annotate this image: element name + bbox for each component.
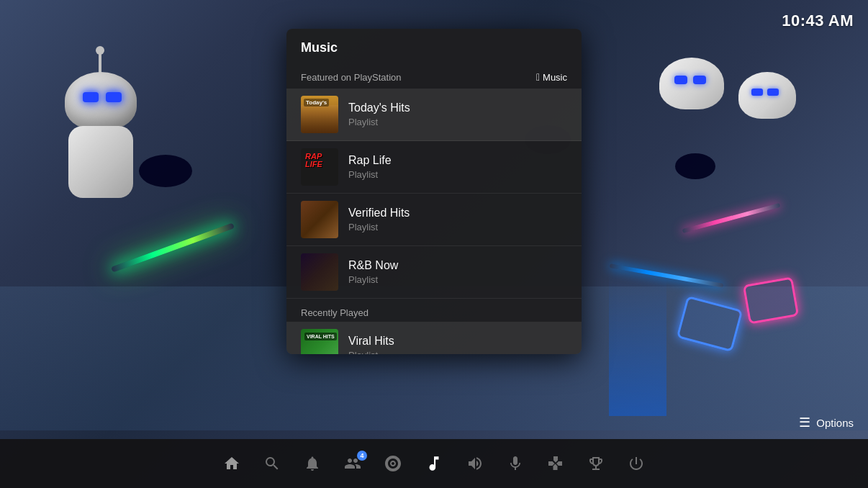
apple-icon:  — [536, 71, 540, 83]
album-art-rap-life: RAPLIFE — [301, 148, 338, 186]
green-light-effect — [111, 222, 235, 272]
playlist-name-rnb-now: R&B Now — [348, 259, 567, 272]
recently-played-section: Recently Played — [286, 299, 582, 322]
apple-music-logo:  Music — [536, 71, 567, 83]
panel-title: Music — [301, 40, 567, 55]
robot-left-eyes — [83, 92, 122, 102]
taskbar-friends[interactable]: 4 — [344, 455, 361, 472]
playlist-item-todays-hits[interactable]: Today's Today's Hits Playlist — [286, 89, 582, 141]
taskbar-mic[interactable] — [507, 455, 524, 472]
playlist-type-rap-life: Playlist — [348, 169, 567, 180]
robot-right2-eyes — [751, 89, 779, 96]
playlist-type-verified-hits: Playlist — [348, 222, 567, 232]
playlist-type-todays-hits: Playlist — [348, 117, 567, 127]
playlist-name-viral-hits: Viral Hits — [348, 335, 567, 348]
playlist-info-rnb-now: R&B Now Playlist — [348, 259, 567, 285]
taskbar-music[interactable] — [425, 454, 443, 473]
robot-left-eye-left — [83, 92, 99, 102]
robot-left-body — [68, 126, 133, 198]
playlist-type-viral-hits: Playlist — [348, 350, 567, 354]
playlist-type-rnb-now: Playlist — [348, 274, 567, 285]
playlist-info-viral-hits: Viral Hits Playlist — [348, 335, 567, 354]
robot-left-eye-right — [106, 92, 122, 102]
taskbar-search[interactable] — [263, 455, 281, 472]
playlist-name-todays-hits: Today's Hits — [348, 101, 567, 114]
album-art-viral-hits: VIRAL HITS — [301, 329, 338, 354]
album-art-verified-hits — [301, 201, 338, 238]
art-viral: VIRAL HITS — [301, 329, 338, 354]
panel-header: Music — [286, 29, 582, 55]
taskbar-volume[interactable] — [466, 455, 484, 472]
taskbar-controller[interactable] — [547, 455, 564, 472]
album-art-todays-hits: Today's — [301, 96, 338, 133]
playlist-info-rap-life: Rap Life Playlist — [348, 154, 567, 180]
robot-right2-visor — [675, 153, 715, 179]
taskbar-power[interactable] — [628, 455, 645, 472]
art-today: Today's — [301, 96, 338, 133]
featured-label: Featured on PlayStation — [301, 72, 401, 83]
playlist-info-todays-hits: Today's Hits Playlist — [348, 101, 567, 127]
robot-right2-eye-left — [751, 89, 763, 96]
pink-neon-line — [682, 203, 781, 233]
taskbar-podcast[interactable] — [384, 455, 402, 472]
clock: 10:43 AM — [782, 12, 854, 30]
taskbar-home[interactable] — [223, 455, 240, 472]
playlist-name-rap-life: Rap Life — [348, 154, 567, 167]
rap-label: RAPLIFE — [305, 153, 322, 168]
options-label: Options — [816, 417, 854, 429]
blue-stripe — [609, 272, 666, 416]
robot-left-visor — [139, 155, 192, 187]
robot-right1-eye-right — [693, 76, 706, 84]
robot-right1-eyes — [674, 76, 706, 84]
album-art-rnb-now — [301, 253, 338, 291]
apple-music-label: Music — [543, 72, 567, 83]
playlist-item-viral-hits[interactable]: VIRAL HITS Viral Hits Playlist — [286, 322, 582, 354]
taskbar-notifications[interactable] — [304, 455, 321, 472]
playlist-item-rnb-now[interactable]: R&B Now Playlist — [286, 246, 582, 299]
robot-right1-eye-left — [674, 76, 687, 84]
options-button[interactable]: ☰ Options — [799, 415, 854, 430]
taskbar-trophy[interactable] — [587, 455, 605, 472]
music-panel: Music Featured on PlayStation  Music To… — [286, 29, 582, 354]
art-rap: RAPLIFE — [301, 148, 338, 186]
playlist-item-verified-hits[interactable]: Verified Hits Playlist — [286, 194, 582, 246]
art-rnb — [301, 253, 338, 291]
taskbar-icons: 4 — [43, 454, 825, 473]
art-viral-label: VIRAL HITS — [304, 333, 337, 340]
art-today-figures — [301, 105, 338, 133]
options-icon: ☰ — [799, 415, 810, 430]
playlist-item-rap-life[interactable]: RAPLIFE Rap Life Playlist — [286, 141, 582, 194]
playlist-info-verified-hits: Verified Hits Playlist — [348, 207, 567, 232]
playlist-name-verified-hits: Verified Hits — [348, 207, 567, 220]
friends-badge: 4 — [357, 451, 367, 461]
partial-item-container: VIRAL HITS Viral Hits Playlist — [286, 322, 582, 354]
art-verified — [301, 201, 338, 238]
recently-played-label: Recently Played — [301, 307, 369, 318]
robot-right2-eye-right — [767, 89, 779, 96]
taskbar: 4 — [0, 439, 868, 488]
featured-section-header: Featured on PlayStation  Music — [286, 65, 582, 89]
todays-label: Today's — [304, 99, 329, 107]
